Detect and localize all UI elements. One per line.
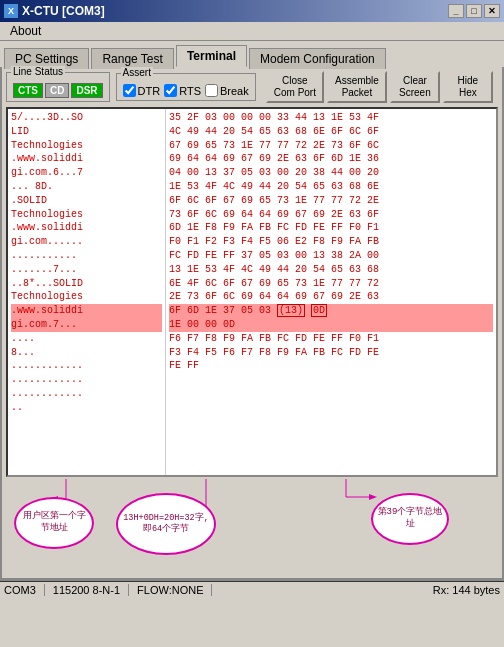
status-flow: FLOW:NONE <box>137 584 212 596</box>
assert-group: Assert DTR RTS Break <box>116 73 256 101</box>
maximize-button[interactable]: □ <box>466 4 482 18</box>
menu-about[interactable]: About <box>4 23 47 39</box>
break-checkbox[interactable] <box>205 84 218 97</box>
assert-items: DTR RTS Break <box>123 84 249 97</box>
hex-line: 69 64 64 69 67 69 2E 63 6F 6D 1E 36 <box>169 152 493 166</box>
text-line: ............ <box>11 387 162 401</box>
status-badges: CTS CD DSR <box>13 83 103 98</box>
hide-hex-button[interactable]: Hide Hex <box>443 71 493 103</box>
hex-line: FC FD FE FF 37 05 03 00 13 38 2A 00 <box>169 249 493 263</box>
hex-line: F3 F4 F5 F6 F7 F8 F9 FA FB FC FD FE <box>169 346 493 360</box>
close-button[interactable]: ✕ <box>484 4 500 18</box>
text-line: .... <box>11 332 162 346</box>
minimize-button[interactable]: _ <box>448 4 464 18</box>
assert-rts[interactable]: RTS <box>164 84 201 97</box>
text-line: LID <box>11 125 162 139</box>
hex-line: 2E 73 6F 6C 69 64 64 69 67 69 2E 63 <box>169 290 493 304</box>
hex-line: 67 69 65 73 1E 77 77 72 2E 73 6F 6C <box>169 139 493 153</box>
text-line-hl: gi.com.7... <box>11 318 162 332</box>
text-line: 8... <box>11 346 162 360</box>
badge-cts: CTS <box>13 83 43 98</box>
text-line: ............ <box>11 373 162 387</box>
text-line: ............ <box>11 359 162 373</box>
toolbar-row: Line Status CTS CD DSR Assert DTR RTS <box>6 71 498 103</box>
text-line: gi.com...... <box>11 235 162 249</box>
clear-screen-button[interactable]: Clear Screen <box>390 71 440 103</box>
hex-line: F0 F1 F2 F3 F4 F5 06 E2 F8 F9 FA FB <box>169 235 493 249</box>
tab-range-test[interactable]: Range Test <box>91 48 174 69</box>
assert-break[interactable]: Break <box>205 84 249 97</box>
annotation-oval-1: 用户区第一个字节地址 <box>14 497 94 549</box>
assert-dtr[interactable]: DTR <box>123 84 161 97</box>
hex-line: 4C 49 44 20 54 65 63 68 6E 6F 6C 6F <box>169 125 493 139</box>
text-line: Technologies <box>11 139 162 153</box>
status-baud: 115200 8-N-1 <box>53 584 129 596</box>
text-line: ... 8D. <box>11 180 162 194</box>
text-line: .www.soliddi <box>11 221 162 235</box>
app-icon: X <box>4 4 18 18</box>
title-bar: X X-CTU [COM3] _ □ ✕ <box>0 0 504 22</box>
assert-label: Assert <box>121 67 153 78</box>
window-controls[interactable]: _ □ ✕ <box>448 4 500 18</box>
tab-bar: PC Settings Range Test Terminal Modem Co… <box>0 41 504 67</box>
toolbar-buttons: Close Com Port Assemble Packet Clear Scr… <box>266 71 493 103</box>
text-column: 5/....3D..SO LID Technologies .www.solid… <box>8 109 166 475</box>
tab-terminal[interactable]: Terminal <box>176 45 247 67</box>
annotation-oval-2: 13H+0DH=20H=32字,即64个字节 <box>116 493 216 555</box>
text-line-hl: .www.soliddi <box>11 304 162 318</box>
text-line: ........... <box>11 249 162 263</box>
hex-line: FE FF <box>169 359 493 373</box>
assemble-packet-button[interactable]: Assemble Packet <box>327 71 387 103</box>
terminal-display[interactable]: 5/....3D..SO LID Technologies .www.solid… <box>6 107 498 477</box>
window-title: X-CTU [COM3] <box>22 4 105 18</box>
text-line: ..8*...SOLID <box>11 277 162 291</box>
hex-line: 6E 4F 6C 6F 67 69 65 73 1E 77 77 72 <box>169 277 493 291</box>
text-line: .SOLID <box>11 194 162 208</box>
hex-line: 1E 53 4F 4C 49 44 20 54 65 63 68 6E <box>169 180 493 194</box>
text-line: Technologies <box>11 290 162 304</box>
text-line: .......7... <box>11 263 162 277</box>
text-line: Technologies <box>11 208 162 222</box>
close-com-button[interactable]: Close Com Port <box>266 71 324 103</box>
badge-cd: CD <box>45 83 69 98</box>
status-bar: COM3 115200 8-N-1 FLOW:NONE Rx: 144 byte… <box>0 580 504 598</box>
hex-line: 73 6F 6C 69 64 64 69 67 69 2E 63 6F <box>169 208 493 222</box>
hex-line: F6 F7 F8 F9 FA FB FC FD FE FF F0 F1 <box>169 332 493 346</box>
hex-line: 13 1E 53 4F 4C 49 44 20 54 65 63 68 <box>169 263 493 277</box>
text-line: .. <box>11 401 162 415</box>
status-port: COM3 <box>4 584 45 596</box>
rts-checkbox[interactable] <box>164 84 177 97</box>
text-line: .www.soliddi <box>11 152 162 166</box>
content-area: Line Status CTS CD DSR Assert DTR RTS <box>0 67 504 580</box>
line-status-label: Line Status <box>11 66 65 77</box>
line-status-group: Line Status CTS CD DSR <box>6 72 110 102</box>
text-line: gi.com.6...7 <box>11 166 162 180</box>
annotation-area: 用户区第一个字节地址 13H+0DH=20H=32字,即64个字节 第39个字节… <box>6 479 498 574</box>
hex-line: 6D 1E F8 F9 FA FB FC FD FE FF F0 F1 <box>169 221 493 235</box>
hex-line-hl: 1E 00 00 0D <box>169 318 493 332</box>
svg-marker-8 <box>369 494 377 500</box>
text-line: 5/....3D..SO <box>11 111 162 125</box>
annotation-oval-3: 第39个字节总地址 <box>371 493 449 545</box>
hex-line-hl: 6F 6D 1E 37 05 03 (13) 0D <box>169 304 493 318</box>
hex-column: 35 2F 03 00 00 00 33 44 13 1E 53 4F 4C 4… <box>166 109 496 475</box>
hex-line: 6F 6C 6F 67 69 65 73 1E 77 77 72 2E <box>169 194 493 208</box>
badge-dsr: DSR <box>71 83 102 98</box>
status-rx: Rx: 144 bytes <box>433 584 500 596</box>
tab-modem-config[interactable]: Modem Configuration <box>249 48 386 69</box>
hex-line: 04 00 13 37 05 03 00 20 38 44 00 20 <box>169 166 493 180</box>
menu-bar: About <box>0 22 504 41</box>
dtr-checkbox[interactable] <box>123 84 136 97</box>
hex-line: 35 2F 03 00 00 00 33 44 13 1E 53 4F <box>169 111 493 125</box>
